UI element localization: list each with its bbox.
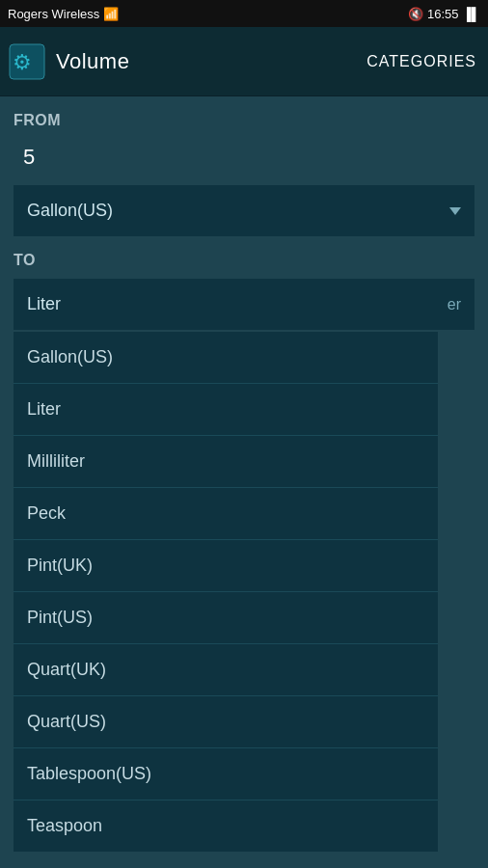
svg-text:⚙: ⚙ <box>13 50 32 74</box>
unit-option-gallon-us[interactable]: Gallon(US) <box>14 332 438 383</box>
unit-option-label: Teaspoon <box>27 816 102 835</box>
signal-icon: 📶 <box>103 7 119 21</box>
app-icon: ⚙ <box>8 42 46 81</box>
unit-option-label: Peck <box>27 503 66 523</box>
status-bar: Rogers Wireless 📶 🔇 16:55 ▐▌ <box>0 0 488 27</box>
unit-option-label: Tablespoon(US) <box>27 764 151 783</box>
unit-option-milliliter[interactable]: Milliliter <box>14 435 438 487</box>
to-unit-label: Liter <box>27 294 61 314</box>
from-label: FROM <box>14 112 474 129</box>
carrier-text: Rogers Wireless <box>8 7 99 21</box>
unit-option-label: Quart(US) <box>27 712 106 731</box>
unit-option-pint-uk[interactable]: Pint(UK) <box>14 539 438 591</box>
mute-icon: 🔇 <box>408 7 423 21</box>
unit-option-quart-uk[interactable]: Quart(UK) <box>14 643 438 695</box>
main-content: FROM 5 Gallon(US) TO Liter er Gallon(US) <box>0 96 488 868</box>
to-unit-list: Gallon(US) Liter Milliliter Peck Pint(UK… <box>14 332 438 852</box>
app-title: Volume <box>56 49 129 74</box>
from-section: FROM 5 Gallon(US) <box>14 112 474 236</box>
unit-option-pint-us[interactable]: Pint(US) <box>14 591 438 643</box>
unit-option-label: Gallon(US) <box>27 347 113 366</box>
categories-button[interactable]: CATEGORIES <box>366 53 476 70</box>
unit-option-label: Liter <box>27 399 61 419</box>
from-unit-dropdown[interactable]: Gallon(US) <box>14 185 474 236</box>
unit-option-label: Pint(US) <box>27 608 93 627</box>
from-unit-label: Gallon(US) <box>27 201 113 221</box>
unit-option-label: Quart(UK) <box>27 660 106 679</box>
unit-option-liter[interactable]: Liter <box>14 383 438 435</box>
from-dropdown-arrow-icon <box>449 207 461 215</box>
to-unit-dropdown[interactable]: Liter <box>14 279 474 330</box>
unit-option-label: Milliliter <box>27 451 85 471</box>
to-side-label: er <box>447 296 461 313</box>
to-label: TO <box>14 252 474 269</box>
app-bar: ⚙ Volume CATEGORIES <box>0 27 488 96</box>
from-value: 5 <box>14 139 474 176</box>
status-right: 🔇 16:55 ▐▌ <box>408 7 480 21</box>
unit-option-label: Pint(UK) <box>27 556 93 575</box>
to-section: TO Liter er Gallon(US) Liter Milliliter … <box>14 252 474 852</box>
time-display: 16:55 <box>427 7 459 21</box>
from-dropdown-container: Gallon(US) <box>14 185 474 236</box>
unit-option-teaspoon[interactable]: Teaspoon <box>14 800 438 852</box>
status-left: Rogers Wireless 📶 <box>8 7 119 21</box>
app-bar-left: ⚙ Volume <box>8 42 129 81</box>
unit-option-peck[interactable]: Peck <box>14 487 438 539</box>
battery-icon: ▐▌ <box>463 7 480 21</box>
unit-option-tablespoon-us[interactable]: Tablespoon(US) <box>14 747 438 800</box>
to-selected-wrapper: Liter er <box>14 279 474 330</box>
unit-option-quart-us[interactable]: Quart(US) <box>14 695 438 747</box>
